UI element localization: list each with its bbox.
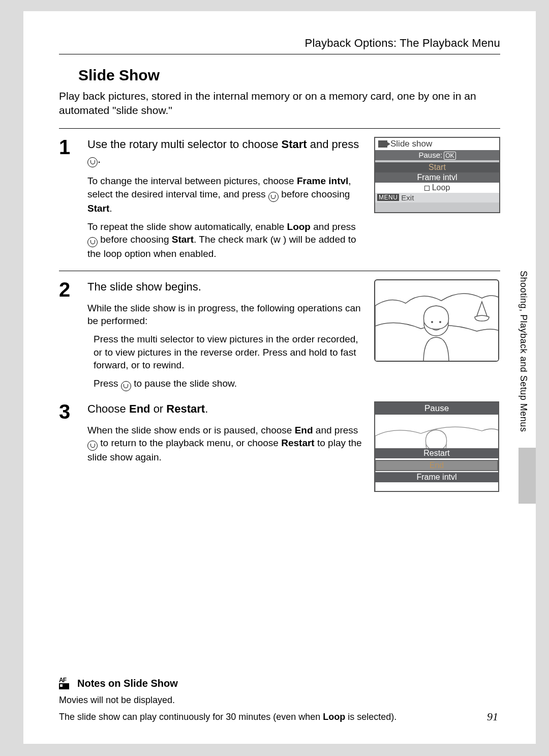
- text: before choosing: [98, 234, 172, 245]
- menu-item-end: End: [375, 460, 498, 471]
- notes-line-2: The slide show can play continuously for…: [59, 711, 500, 723]
- text: Choose: [87, 402, 129, 415]
- menu-item-start: Start: [375, 162, 499, 172]
- notes-line-1: Movies will not be displayed.: [59, 694, 500, 707]
- ok-button-icon: [268, 192, 279, 202]
- step-3: 3 Choose End or Restart. When the slide …: [59, 401, 500, 502]
- notes-icon: [59, 678, 72, 690]
- menu-item-restart: Restart: [375, 448, 498, 458]
- text-bold: Start: [87, 203, 109, 214]
- checkbox-icon: [424, 186, 430, 191]
- manual-page: Playback Options: The Playback Menu Slid…: [23, 11, 536, 744]
- text: or: [150, 402, 167, 415]
- screen-title: Slide show: [390, 139, 432, 149]
- page-header: Playback Options: The Playback Menu: [59, 37, 500, 54]
- text-bold: Start: [282, 138, 307, 151]
- notes-title-text: Notes on Slide Show: [77, 678, 178, 689]
- step-1: 1 Use the rotary multi selector to choos…: [59, 128, 500, 271]
- text: To change the interval between pictures,…: [87, 176, 297, 186]
- text-bold: End: [295, 425, 313, 435]
- pause-header: Pause: [375, 402, 498, 415]
- playback-icon: [378, 140, 387, 148]
- text-bold: Restart: [166, 402, 205, 415]
- menu-item-frame-intvl: Frame intvl: [375, 472, 498, 482]
- text: and press: [311, 221, 356, 232]
- text: before choosing: [279, 189, 350, 199]
- step-2-sub-1: While the slide show is in progress, the…: [87, 302, 365, 328]
- step-3-sub-1: When the slide show ends or is paused, c…: [87, 424, 365, 464]
- menu-item-frame-intvl: Frame intvl: [375, 172, 499, 183]
- text: The slide show can play continuously for…: [59, 712, 323, 722]
- section-title: Slide Show: [78, 67, 500, 84]
- text: and press: [307, 138, 359, 151]
- ok-button-icon: [121, 381, 131, 391]
- step-1-sub-1: To change the interval between pictures,…: [87, 175, 365, 215]
- side-tab-marker: [518, 448, 536, 504]
- screen-illustration-2: [374, 279, 500, 362]
- text-bold: Loop: [323, 712, 345, 722]
- text: To repeat the slide show automatically, …: [87, 221, 287, 232]
- text: to pause the slide show.: [131, 378, 237, 389]
- step-2-heading: The slide show begins.: [87, 279, 365, 295]
- text: Loop: [432, 183, 450, 192]
- text: Press: [94, 378, 121, 389]
- step-number: 2: [59, 279, 78, 300]
- text: . The check mark (w: [194, 234, 281, 245]
- menu-item-loop: Loop: [375, 183, 499, 193]
- step-3-heading: Choose End or Restart.: [87, 401, 365, 417]
- text-bold: Loop: [287, 221, 311, 232]
- step-2: 2 The slide show begins. While the slide…: [59, 271, 500, 401]
- notes-section: Notes on Slide Show Movies will not be d…: [59, 678, 500, 723]
- step-1-heading: Use the rotary multi selector to choose …: [87, 137, 365, 168]
- text: and press: [313, 425, 358, 435]
- step-2-sub-2: Press the multi selector to view picture…: [94, 333, 365, 372]
- step-number: 1: [59, 137, 78, 157]
- page-number: 91: [487, 710, 498, 723]
- text-bold: Start: [172, 234, 194, 245]
- ok-badge: OK: [444, 152, 455, 160]
- text-bold: Restart: [281, 438, 314, 448]
- ok-button-icon: [87, 237, 98, 247]
- text-bold: End: [129, 402, 150, 415]
- text: is selected).: [345, 712, 396, 722]
- text: Use the rotary multi selector to choose: [87, 138, 282, 151]
- screen-illustration-1: Slide show Pause:OK Start Frame intvl Lo…: [374, 137, 500, 213]
- step-1-sub-2: To repeat the slide show automatically, …: [87, 220, 365, 260]
- screen-illustration-3: Pause Restart End Frame intvl: [374, 401, 500, 492]
- steps-list: 1 Use the rotary multi selector to choos…: [59, 128, 500, 502]
- pause-label: Pause:: [418, 151, 442, 159]
- exit-label: Exit: [401, 193, 414, 202]
- side-section-label: Shooting, Playback and Setup Menus: [518, 271, 529, 432]
- landscape-illustration: [375, 280, 499, 362]
- svg-point-2: [439, 321, 441, 323]
- svg-point-1: [431, 321, 433, 323]
- ok-button-icon: [87, 441, 98, 451]
- step-number: 3: [59, 401, 78, 422]
- ok-button-icon: [87, 157, 98, 167]
- text: to return to the playback menu, or choos…: [98, 438, 281, 448]
- menu-tag: MENU: [377, 194, 399, 201]
- step-2-sub-3: Press to pause the slide show.: [94, 377, 365, 391]
- intro-text: Play back pictures, stored in the intern…: [59, 89, 500, 118]
- text-bold: Frame intvl: [297, 176, 348, 186]
- text: When the slide show ends or is paused, c…: [87, 425, 295, 435]
